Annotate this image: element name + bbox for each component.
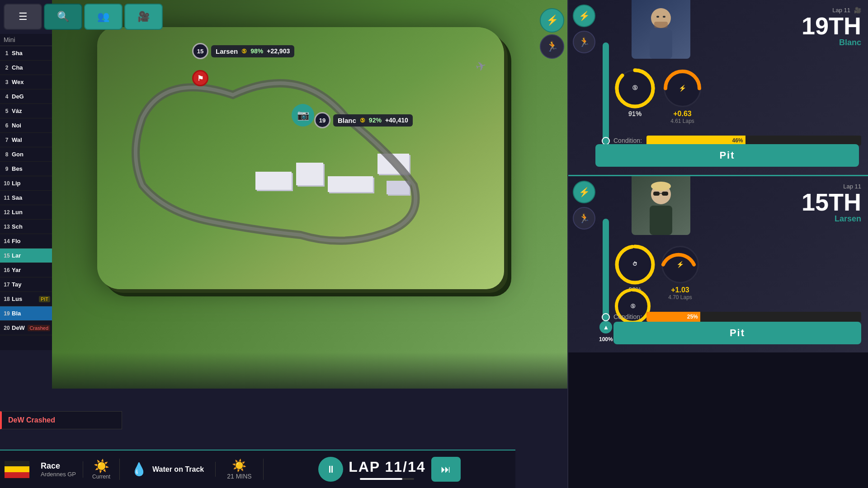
sidebar-name: Cha [12,64,50,71]
driver2-lightning-btn[interactable]: ⚡ [573,181,595,203]
driver2-slider-fill [603,219,609,318]
sidebar-row-wex[interactable]: 3Wex [0,75,52,89]
race-subtitle: Ardennes GP [41,471,76,478]
sidebar-row-dew[interactable]: 20DeWCrashed [0,321,52,335]
camera-icon: 🎥 [137,11,150,23]
sidebar-row-váz[interactable]: 5Váz [0,104,52,118]
current-label: Current [92,474,110,480]
sidebar-row-cha[interactable]: 2Cha [0,61,52,75]
sidebar-pos: 17 [2,282,12,288]
driver1-lightning-btn[interactable]: ⚡ [573,5,595,27]
sidebar-name: Yar [12,267,50,273]
side-buttons: ⚡ 🏃 [538,0,567,62]
svg-point-18 [651,182,671,191]
sidebar-pos: 19 [2,310,12,317]
sidebar-pos: 20 [2,325,12,331]
camera-overlay[interactable]: 📷 [292,104,314,127]
driver1-slider-fill [603,42,609,142]
fast-forward-icon: ⏭ [441,464,451,475]
driver1-card: ⚡ 🏃 ▲ 100% [568,0,868,176]
sidebar-row-lip[interactable]: 10Lip [0,176,52,191]
sidebar-row-saa[interactable]: 11Saa [0,191,52,205]
svg-rect-2 [654,22,668,28]
driver2-person-btn[interactable]: 🏃 [573,207,595,230]
sidebar-row-lus[interactable]: 18LusPIT [0,292,52,306]
car-15-name: Larsen [216,47,238,55]
car-15-delta: +22,903 [267,47,290,55]
driver1-portrait-img [632,0,690,59]
toolbar: ☰ 🔍 👥 🎥 [0,0,185,34]
svg-rect-1 [650,29,672,59]
driver2-condition: Condition: 25% [613,312,861,322]
sidebar-pos: 16 [2,267,12,273]
driver2-pit-button[interactable]: Pit [613,322,861,344]
driver2-slider-thumb[interactable] [602,313,610,321]
driver1-person-btn[interactable]: 🏃 [573,31,595,53]
sidebar-row-sha[interactable]: 1Sha [0,46,52,61]
sidebar-pos: 13 [2,224,12,230]
water-text: Water on Track [152,465,204,474]
sidebar-row-bes[interactable]: 9Bes [0,162,52,176]
sidebar-row-flo[interactable]: 14Flo [0,234,52,249]
sidebar-row-sch[interactable]: 13Sch [0,220,52,234]
sidebar-status: Crashed [28,325,50,331]
sidebar-row-gon[interactable]: 8Gon [0,147,52,162]
sidebar-pos: 11 [2,195,12,201]
car-19-pct: 92% [369,117,382,124]
menu-button[interactable]: ☰ [4,4,42,30]
camera-button[interactable]: 🎥 [124,4,163,30]
driver2-tyre: ⚡ +1.03 4.70 Laps [659,243,702,300]
fast-forward-button[interactable]: ⏭ [431,457,461,482]
sidebar-row-noi[interactable]: 6Noi [0,118,52,133]
sidebar-row-deg[interactable]: 4DeG [0,89,52,104]
sidebar-row-lar[interactable]: 15Lar [0,249,52,263]
race-map[interactable]: ✈ ⚑ 15 Larsen ⑤ 98% +22,903 📷 19 Blanc ⑤… [52,0,567,389]
svg-text:⏱: ⏱ [632,261,637,267]
driver1-pit-button[interactable]: Pit [595,144,859,167]
car-marker-15[interactable]: 15 Larsen ⑤ 98% +22,903 [192,43,294,59]
water-icon: 💧 [131,462,147,477]
flag-container [0,450,34,488]
sidebar-pos: 8 [2,151,12,158]
driver1-tyre-laps: 4.61 Laps [670,118,694,124]
driver2-info: Lap 11 15TH Larsen [802,183,861,224]
driver1-fuel-sub-svg: Ⓢ [613,67,656,110]
time-value: 21 MINS [227,473,251,480]
svg-rect-15 [653,192,660,196]
weather-icon: ☀️ [92,459,110,474]
team-button[interactable]: 👥 [84,4,123,30]
driver1-name: Blanc [802,38,861,47]
sidebar-row-lun[interactable]: 12Lun [0,205,52,220]
flag-red [5,472,29,478]
sidebar-row-tay[interactable]: 17Tay [0,277,52,292]
pause-button[interactable]: ⏸ [318,457,343,482]
driver1-info: Lap 11 🎥 19TH Blanc [802,7,861,47]
race-time: ☀️ 21 MINS [216,459,263,480]
driver2-condition-label: Condition: [613,313,642,320]
car-marker-19[interactable]: 19 Blanc ⑤ 92% +40,410 [314,112,413,128]
team-icon: 👥 [97,11,109,23]
sidebar-pos: 1 [2,50,12,56]
driver1-tyre-svg: ⚡ [661,67,704,110]
driver2-tyre-laps: 4.70 Laps [668,294,692,300]
svg-rect-14 [650,206,672,235]
sidebar-status: PIT [39,296,50,302]
driver2-slider[interactable]: ▲ 100% [599,181,613,348]
driver1-slider-track [603,42,609,142]
sidebar-row-wal[interactable]: 7Wal [0,133,52,147]
track-svg [97,27,504,289]
side-lightning-btn-1[interactable]: ⚡ [540,8,564,33]
car-15-badge: 15 [192,43,208,59]
driver2-position: 15TH [802,190,861,214]
sidebar-row-bla[interactable]: 19Bla [0,306,52,321]
driver2-slider-arrow[interactable]: ▲ [599,321,612,333]
sidebar-pos: 15 [2,253,12,259]
sidebar-row-yar[interactable]: 16Yar [0,263,52,277]
driver1-fuel-sub: Ⓢ 91% [613,67,656,117]
lap-progress-bar [360,478,414,480]
car-marker-incident[interactable]: ⚑ [192,70,208,86]
analytics-button[interactable]: 🔍 [44,4,82,30]
side-person-btn-1[interactable]: 🏃 [540,34,564,59]
driver1-fuel-sub-pct: 91% [628,110,641,117]
lap-progress-fill [360,478,402,480]
